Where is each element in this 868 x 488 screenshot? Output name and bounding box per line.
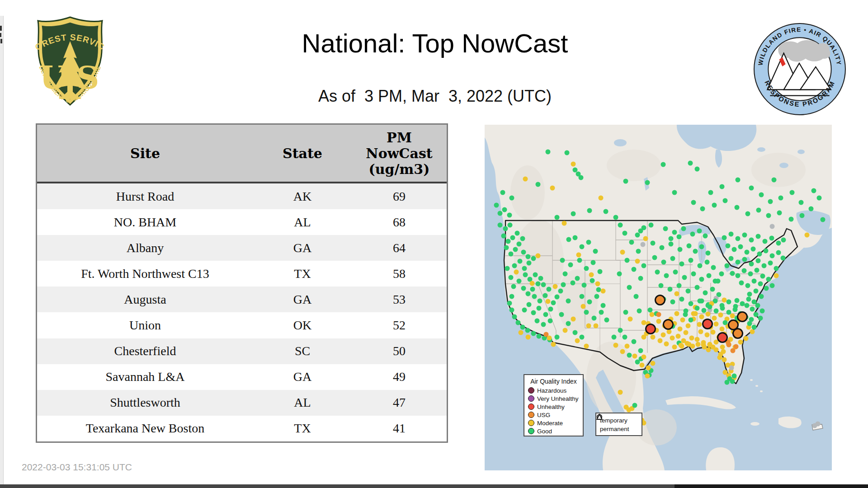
state-cell: SC (253, 344, 352, 358)
state-cell: GA (253, 292, 352, 307)
site-cell: Shuttlesworth (37, 395, 253, 410)
value-cell: 47 (352, 395, 447, 410)
table-body: Hurst RoadAK69NO. BHAMAL68AlbanyGA64Ft. … (37, 183, 447, 441)
value-cell: 49 (352, 370, 447, 384)
site-cell: Chesterfield (37, 344, 253, 358)
aqi-legend-label: Hazardous (537, 387, 566, 394)
table-row: Hurst RoadAK69 (37, 183, 447, 209)
value-cell: 64 (352, 241, 447, 255)
aqi-legend-label: Unhealthy (537, 404, 565, 410)
site-cell: Texarkana New Boston (37, 421, 253, 436)
forest-service-logo: FOREST SERVICE U S DEPARTMENT OF AGRICUL… (32, 15, 108, 108)
state-cell: AK (253, 189, 352, 204)
site-cell: Union (37, 318, 253, 333)
aqi-color-swatch (528, 387, 534, 394)
pm-line-1: PM (352, 130, 447, 145)
edge-text-artifact (0, 39, 2, 43)
aqi-color-swatch (528, 428, 534, 434)
aqi-legend-label: USG (537, 412, 550, 418)
value-cell: 69 (352, 189, 447, 204)
bottom-window-edge-dark (675, 484, 868, 488)
state-cell: OK (253, 318, 352, 333)
marker-type-legend: temporary permanent (595, 413, 642, 436)
site-cell: NO. BHAM (37, 215, 253, 230)
value-cell: 41 (352, 421, 447, 436)
aqi-legend-item: Moderate (528, 419, 583, 427)
aqi-color-swatch (528, 404, 534, 410)
edge-text-artifact (0, 33, 1, 37)
table-header-site: Site (37, 145, 253, 161)
aqi-color-swatch (528, 412, 534, 418)
value-cell: 58 (352, 267, 447, 281)
table-row: Texarkana New BostonTX41 (37, 416, 447, 441)
value-cell: 52 (352, 318, 447, 333)
aqi-legend-title: Air Quality Index (528, 378, 579, 385)
state-cell: TX (253, 267, 352, 281)
aqi-legend-items: HazardousVery UnhealthyUnhealthyUSGModer… (528, 387, 583, 435)
pm-line-2: NowCast (352, 145, 447, 161)
generated-timestamp: 2022-03-03 15:31:05 UTC (22, 462, 132, 473)
aqi-legend-item: Unhealthy (528, 403, 583, 410)
permanent-triangle-icon (596, 413, 603, 420)
site-cell: Savannah L&A (37, 370, 253, 384)
value-cell: 53 (352, 292, 447, 307)
table-row: AlbanyGA64 (37, 235, 447, 261)
site-cell: Hurst Road (37, 189, 253, 204)
site-cell: Ft. Worth Northwest C13 (37, 267, 253, 281)
edge-text-artifact (0, 26, 2, 31)
state-cell: AL (253, 395, 352, 410)
wfaqrp-logo: WILDLAND FIRE • AIR QUALITY RESPONSE PRO… (752, 21, 848, 117)
value-cell: 68 (352, 215, 447, 230)
top-site-circle (646, 324, 656, 334)
aqi-color-swatch (528, 395, 534, 402)
aqi-legend-label: Very Unhealthy (537, 395, 579, 402)
aqi-legend: Air Quality Index HazardousVery Unhealth… (524, 374, 584, 436)
table-row: Savannah L&AGA49 (37, 364, 447, 390)
window-left-edge (0, 16, 4, 484)
top-site-circle (738, 312, 747, 322)
value-cell: 50 (352, 344, 447, 358)
aqi-map: Air Quality Index HazardousVery Unhealth… (485, 125, 832, 470)
aqi-legend-label: Moderate (537, 420, 563, 427)
table-header-pm-nowcast: PM NowCast (ug/m3) (352, 130, 447, 177)
table-row: ChesterfieldSC50 (37, 338, 447, 364)
aqi-legend-item: USG (528, 411, 583, 418)
bottom-window-edge (0, 484, 675, 488)
pm-line-3: (ug/m3) (352, 161, 447, 177)
table-row: Ft. Worth Northwest C13TX58 (37, 261, 447, 286)
top-site-circle (733, 329, 743, 338)
table-row: ShuttlesworthAL47 (37, 390, 447, 416)
state-cell: TX (253, 421, 352, 436)
table-row: UnionOK52 (37, 312, 447, 338)
top-site-circle (656, 296, 665, 305)
jamaica (750, 422, 760, 426)
nowcast-table: Site State PM NowCast (ug/m3) Hurst Road… (36, 123, 448, 443)
state-cell: AL (253, 215, 352, 230)
state-cell: GA (253, 241, 352, 255)
aqi-color-swatch (528, 420, 534, 426)
top-site-circle (664, 320, 673, 329)
table-row: NO. BHAMAL68 (37, 209, 447, 235)
aqi-legend-item: Good (528, 427, 583, 435)
page-subtitle: As of 3 PM, Mar 3, 2022 (UTC) (218, 87, 652, 106)
top-site-circle (718, 333, 727, 343)
aqi-legend-item: Very Unhealthy (528, 395, 583, 402)
state-cell: GA (253, 370, 352, 384)
permanent-label: permanent (600, 426, 629, 432)
aqi-legend-item: Hazardous (528, 387, 583, 394)
top-site-circle (703, 319, 712, 329)
site-cell: Albany (37, 241, 253, 255)
table-row: AugustaGA53 (37, 286, 447, 312)
table-header-state: State (253, 145, 352, 161)
site-cell: Augusta (37, 292, 253, 307)
aqi-legend-label: Good (537, 428, 552, 435)
page-title: National: Top NowCast (218, 28, 652, 58)
temporary-label: temporary (600, 417, 627, 424)
table-header-row: Site State PM NowCast (ug/m3) (37, 125, 447, 183)
